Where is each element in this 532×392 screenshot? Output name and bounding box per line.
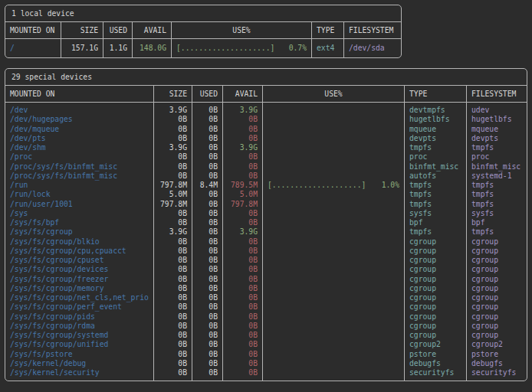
- used-cell: 0B: [192, 134, 223, 143]
- mount-cell: /sys/fs/cgroup/rdma: [5, 322, 154, 331]
- avail-cell: 5.0M: [223, 190, 263, 199]
- usage-bar-cell: [263, 172, 405, 181]
- column-header-use: USE%: [263, 86, 405, 103]
- filesystem-cell: mqueue: [467, 125, 527, 134]
- special-devices-table: 29 special devices MOUNTED ONSIZEUSEDAVA…: [5, 68, 527, 381]
- type-cell: cgroup: [405, 322, 467, 331]
- used-cell: 0B: [192, 256, 223, 265]
- used-cell: 0B: [192, 322, 223, 331]
- usage-bar-cell: [263, 200, 405, 209]
- usage-bar-cell: [263, 134, 405, 143]
- table-grid: MOUNTED ONSIZEUSEDAVAILUSE%TYPEFILESYSTE…: [5, 22, 401, 57]
- used-cell: 0B: [192, 302, 223, 312]
- filesystem-cell: cgroup: [467, 256, 527, 265]
- local-devices-table: 1 local device MOUNTED ONSIZEUSEDAVAILUS…: [5, 5, 402, 58]
- type-cell: mqueue: [405, 125, 467, 134]
- column-header-type: TYPE: [312, 22, 344, 39]
- avail-cell: 0B: [223, 312, 263, 322]
- mount-cell: /sys/fs/bpf: [5, 218, 154, 227]
- mount-cell: /sys/kernel/security: [5, 368, 154, 377]
- mount-cell: /proc/sys/fs/binfmt_misc: [5, 162, 154, 172]
- size-cell: 0B: [154, 218, 192, 227]
- avail-cell: 0B: [223, 331, 263, 340]
- column-header-filesystem: FILESYSTEM: [344, 22, 401, 39]
- avail-cell: 0B: [223, 359, 263, 368]
- mount-cell: /dev/hugepages: [5, 115, 154, 124]
- type-cell: autofs: [405, 172, 467, 181]
- used-cell: 0B: [192, 115, 223, 124]
- avail-cell: 0B: [223, 125, 263, 134]
- size-cell: 0B: [154, 302, 192, 312]
- size-cell: 0B: [154, 134, 192, 143]
- used-cell: 0B: [192, 350, 223, 359]
- filesystem-cell: hugetlbfs: [467, 115, 527, 124]
- used-cell: 0B: [192, 162, 223, 172]
- avail-cell: 0B: [223, 218, 263, 227]
- type-cell: tmpfs: [405, 227, 467, 237]
- type-cell: ext4: [312, 39, 344, 57]
- mount-cell: /sys/fs/cgroup/freezer: [5, 275, 154, 284]
- table-title: 29 special devices: [5, 69, 527, 86]
- size-cell: 157.1G: [61, 39, 103, 57]
- avail-cell: 0B: [223, 134, 263, 143]
- type-cell: bpf: [405, 218, 467, 227]
- used-cell: 0B: [192, 227, 223, 237]
- used-cell: 0B: [192, 218, 223, 227]
- column-header-size: SIZE: [154, 86, 192, 103]
- mount-cell: /run/user/1001: [5, 200, 154, 209]
- column-header-filesystem: FILESYSTEM: [467, 86, 527, 103]
- size-cell: 0B: [154, 350, 192, 359]
- type-cell: devpts: [405, 134, 467, 143]
- spacer: [467, 377, 527, 381]
- filesystem-cell: cgroup: [467, 312, 527, 322]
- column-header-avail: AVAIL: [133, 22, 172, 39]
- type-cell: cgroup: [405, 265, 467, 274]
- mount-cell: /sys/fs/cgroup/unified: [5, 340, 154, 349]
- mount-cell: /sys/fs/cgroup/memory: [5, 284, 154, 293]
- type-cell: pstore: [405, 350, 467, 359]
- usage-bar-cell: [263, 340, 405, 349]
- avail-cell: 0B: [223, 340, 263, 349]
- mount-cell: /run/lock: [5, 190, 154, 199]
- usage-bar-cell: [....................]0.7%: [172, 39, 312, 57]
- used-cell: 0B: [192, 331, 223, 340]
- spacer: [5, 377, 154, 381]
- mount-cell: /sys/kernel/debug: [5, 359, 154, 368]
- filesystem-cell: cgroup: [467, 265, 527, 274]
- usage-bar-cell: [263, 284, 405, 293]
- usage-bar-cell: [263, 368, 405, 377]
- type-cell: cgroup: [405, 275, 467, 284]
- size-cell: 797.8M: [154, 181, 192, 190]
- filesystem-cell: cgroup: [467, 331, 527, 340]
- size-cell: 0B: [154, 247, 192, 256]
- size-cell: 0B: [154, 162, 192, 172]
- mount-cell: /sys/fs/cgroup/blkio: [5, 237, 154, 247]
- used-cell: 0B: [192, 284, 223, 293]
- filesystem-cell: cgroup2: [467, 340, 527, 349]
- size-cell: 0B: [154, 125, 192, 134]
- mount-cell: /sys/fs/cgroup/cpuset: [5, 256, 154, 265]
- used-cell: 0B: [192, 106, 223, 115]
- usage-bar: [....................]: [268, 181, 366, 190]
- type-cell: tmpfs: [405, 143, 467, 152]
- filesystem-cell: tmpfs: [467, 181, 527, 190]
- used-cell: 0B: [192, 340, 223, 349]
- usage-bar-cell: [263, 256, 405, 265]
- usage-bar-cell: [263, 143, 405, 152]
- type-cell: cgroup: [405, 312, 467, 322]
- avail-cell: 0B: [223, 256, 263, 265]
- filesystem-cell: debugfs: [467, 359, 527, 368]
- mount-cell: /sys/fs/cgroup/pids: [5, 312, 154, 322]
- avail-cell: 797.8M: [223, 200, 263, 209]
- avail-cell: 0B: [223, 284, 263, 293]
- type-cell: cgroup: [405, 293, 467, 302]
- usage-bar-cell: [263, 125, 405, 134]
- type-cell: hugetlbfs: [405, 115, 467, 124]
- used-cell: 0B: [192, 275, 223, 284]
- mount-cell: /proc: [5, 152, 154, 162]
- type-cell: cgroup: [405, 256, 467, 265]
- used-cell: 0B: [192, 209, 223, 218]
- avail-cell: 0B: [223, 115, 263, 124]
- usage-bar-cell: [263, 190, 405, 199]
- mount-cell: /sys/fs/pstore: [5, 350, 154, 359]
